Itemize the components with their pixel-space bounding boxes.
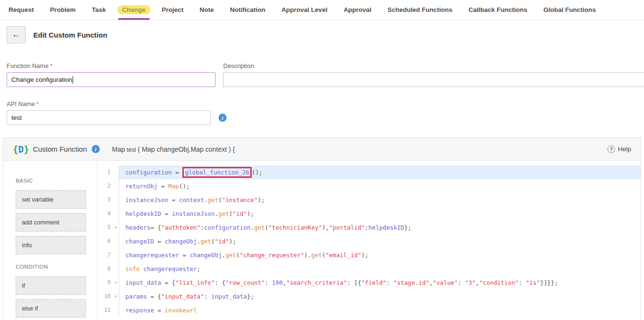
panel-header: {D} Custom Function i Map test ( Map cha… <box>3 138 641 161</box>
line-number: 8 <box>97 262 113 276</box>
code-line-4[interactable]: helpdeskID = instanceJson.get("id"); <box>119 207 641 221</box>
description-label: Description <box>223 62 644 69</box>
snippet-button-add-comment[interactable]: add comment <box>16 213 86 232</box>
annotation-red-box: global_function_26 <box>182 167 251 178</box>
line-number-gutter[interactable]: 7 <box>97 248 119 262</box>
line-number-gutter[interactable]: 6 <box>97 234 119 248</box>
tab-label: Scheduled Functions <box>388 6 453 13</box>
line-number-gutter[interactable]: 1 <box>97 165 119 179</box>
api-name-label: API Name* <box>7 100 211 107</box>
tab-notification[interactable]: Notification <box>230 0 265 20</box>
fold-arrow-icon[interactable]: ▾ <box>113 290 119 303</box>
line-number-gutter[interactable]: 5▾ <box>97 221 119 234</box>
tab-label: Task <box>92 6 106 13</box>
api-name-value: test <box>11 114 22 121</box>
tab-label: Global Functions <box>543 6 596 13</box>
line-number: 1 <box>97 165 113 179</box>
tab-label: Callback Functions <box>468 6 527 13</box>
panel-body: BASICset variableadd commentinfoCONDITIO… <box>3 161 641 320</box>
tab-note[interactable]: Note <box>199 0 214 20</box>
function-signature: Map test ( Map changeObj,Map context ) { <box>112 145 235 153</box>
help-button[interactable]: ? Help <box>607 145 631 153</box>
tab-callback-functions[interactable]: Callback Functions <box>468 0 527 20</box>
code-line-8[interactable]: info changerequester; <box>119 262 641 276</box>
function-name-label: Function Name* <box>7 62 216 69</box>
tab-project[interactable]: Project <box>162 0 184 20</box>
fold-arrow-icon[interactable]: ▾ <box>113 276 119 290</box>
tab-task[interactable]: Task <box>92 0 106 20</box>
function-name-input[interactable]: Change configuration <box>7 72 216 87</box>
sidebar-section-title: CONDITION <box>16 264 85 270</box>
line-number: 4 <box>97 207 113 221</box>
line-number: 11 <box>97 303 113 317</box>
line-number: 5 <box>97 221 113 234</box>
code-line-2[interactable]: returnObj = Map(); <box>119 179 641 193</box>
tab-approval[interactable]: Approval <box>343 0 371 20</box>
code-row: 8info changerequester; <box>97 262 641 276</box>
line-number-gutter[interactable]: 9▾ <box>97 276 119 290</box>
page-header: ← Edit Custom Function <box>7 26 644 43</box>
line-number-gutter[interactable]: 3 <box>97 193 119 207</box>
line-number: 7 <box>97 248 113 262</box>
question-circle-icon: ? <box>607 145 615 153</box>
tab-label: Change <box>117 5 151 14</box>
tab-change[interactable]: Change <box>122 0 146 20</box>
panel-title: Custom Function <box>33 145 86 153</box>
code-row: 4helpdeskID = instanceJson.get("id"); <box>97 207 641 221</box>
custom-function-panel: {D} Custom Function i Map test ( Map cha… <box>3 137 641 320</box>
code-line-10[interactable]: params = {"input_data": input_data}; <box>119 290 641 303</box>
tab-scheduled-functions[interactable]: Scheduled Functions <box>388 0 453 20</box>
line-number: 2 <box>97 179 113 193</box>
tab-label: Approval <box>343 6 371 13</box>
tab-request[interactable]: Request <box>9 0 34 20</box>
line-number: 6 <box>97 234 113 248</box>
required-asterisk: * <box>36 100 38 107</box>
code-row: 3instanceJson = context.get("instance"); <box>97 193 641 207</box>
code-row: 9▾input_data = {"list_info": {"row_count… <box>97 276 641 290</box>
line-number-gutter[interactable]: 4 <box>97 207 119 221</box>
page-title: Edit Custom Function <box>33 31 107 39</box>
code-line-1[interactable]: configuration = global_function_26(); <box>119 165 641 179</box>
api-name-input[interactable]: test <box>7 110 211 125</box>
sidebar-section-title: BASIC <box>16 178 85 184</box>
tab-label: Note <box>199 6 214 13</box>
line-number-gutter[interactable]: 8 <box>97 262 119 276</box>
code-line-3[interactable]: instanceJson = context.get("instance"); <box>119 193 641 207</box>
code-line-5[interactable]: headers= {"authtoken":configuration.get(… <box>119 221 641 234</box>
snippet-button-info[interactable]: info <box>16 236 86 254</box>
required-asterisk: * <box>50 62 52 69</box>
info-icon[interactable]: i <box>92 145 100 153</box>
line-number-gutter[interactable]: 2 <box>97 179 119 193</box>
code-line-9[interactable]: input_data = {"list_info": {"row_count":… <box>119 276 641 290</box>
snippet-button-set-variable[interactable]: set variable <box>16 190 86 209</box>
line-number: 3 <box>97 193 113 207</box>
line-number-gutter[interactable]: 11 <box>97 303 119 317</box>
line-number: 9 <box>97 276 113 290</box>
tab-problem[interactable]: Problem <box>50 0 76 20</box>
form-area: Function Name* Change configuration Desc… <box>0 62 644 125</box>
tab-label: Project <box>162 6 184 13</box>
tab-label: Request <box>9 6 34 13</box>
top-tab-bar: RequestProblemTaskChangeProjectNoteNotif… <box>0 0 644 20</box>
code-line-6[interactable]: changeID = changeObj.get("id"); <box>119 234 641 248</box>
tab-label: Problem <box>50 6 76 13</box>
fold-arrow-icon[interactable]: ▾ <box>113 221 119 234</box>
line-number-gutter[interactable]: 10▾ <box>97 290 119 303</box>
code-line-7[interactable]: changerequester = changeObj.get("change_… <box>119 248 641 262</box>
arrow-left-icon: ← <box>12 30 20 39</box>
code-line-11[interactable]: response = invokeurl <box>119 303 641 317</box>
tab-label: Approval Level <box>282 6 328 13</box>
tab-approval-level[interactable]: Approval Level <box>282 0 328 20</box>
code-row: 10▾params = {"input_data": input_data}; <box>97 290 641 303</box>
tab-label: Notification <box>230 6 265 13</box>
info-icon[interactable]: i <box>218 114 227 122</box>
tab-global-functions[interactable]: Global Functions <box>543 0 596 20</box>
snippet-button-else-if[interactable]: else if <box>16 299 86 318</box>
function-name-value: Change configuration <box>11 76 72 83</box>
custom-function-icon: {D} <box>13 144 29 155</box>
back-button[interactable]: ← <box>7 26 26 43</box>
code-row: 5▾headers= {"authtoken":configuration.ge… <box>97 221 641 234</box>
description-input[interactable] <box>223 72 644 87</box>
code-editor[interactable]: 1configuration = global_function_26();2r… <box>97 161 641 320</box>
snippet-button-if[interactable]: if <box>16 276 86 295</box>
